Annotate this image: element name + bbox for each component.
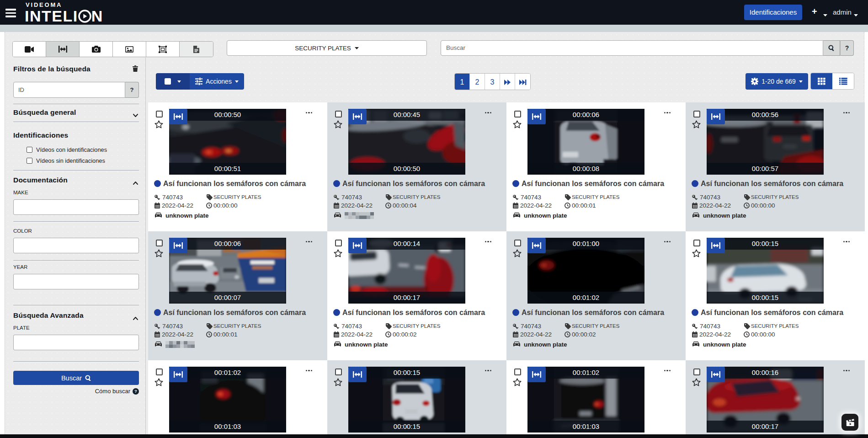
svg-text:?: ?	[134, 389, 137, 394]
